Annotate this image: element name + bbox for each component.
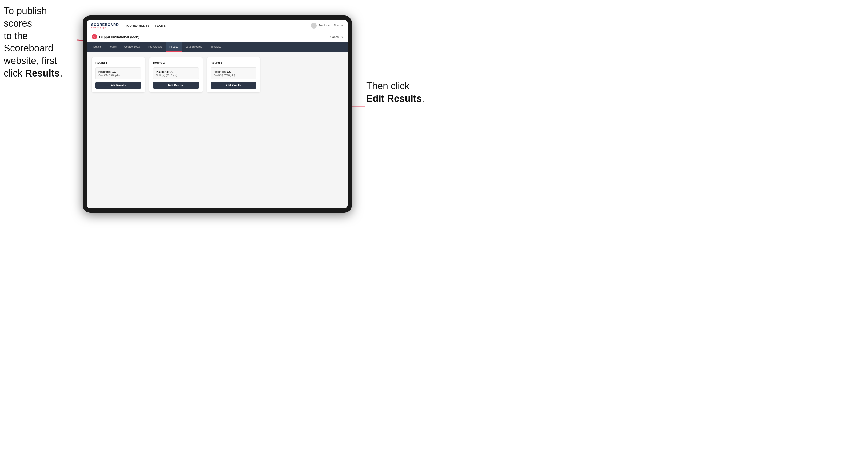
user-avatar [311,23,317,29]
round-2-course-card: Peachtree GC Gold (M) (7010 yds) [153,67,199,80]
nav-tournaments[interactable]: TOURNAMENTS [125,23,150,28]
round-3-course-card: Peachtree GC Gold (M) (7010 yds) [211,67,256,80]
tournament-icon: C [92,34,97,39]
close-icon: ✕ [340,35,343,39]
top-nav: SCOREBOARD Powered by clippd TOURNAMENTS… [87,20,348,31]
tab-leaderboards[interactable]: Leaderboards [182,42,206,52]
round-2-title: Round 2 [153,61,199,64]
round-1-course-detail: Gold (M) (7010 yds) [98,74,138,76]
nav-links: TOURNAMENTS TEAMS [125,23,311,28]
tablet-frame: SCOREBOARD Powered by clippd TOURNAMENTS… [83,15,352,213]
tab-printables[interactable]: Printables [206,42,225,52]
edit-results-btn-2[interactable]: Edit Results [153,82,199,89]
round-1-course-name: Peachtree GC [98,70,138,73]
tab-course-setup[interactable]: Course Setup [121,42,144,52]
round-3-course-name: Peachtree GC [214,70,253,73]
tab-details[interactable]: Details [90,42,105,52]
round-1-course-card: Peachtree GC Gold (M) (7010 yds) [95,67,141,80]
tablet-screen: SCOREBOARD Powered by clippd TOURNAMENTS… [87,20,348,209]
nav-user: Test User | Sign out [311,23,343,29]
signout-link[interactable]: Sign out [334,24,343,27]
tournament-header: C Clippd Invitational (Men) Cancel ✕ [87,31,348,42]
scoreboard-logo: SCOREBOARD [91,23,119,27]
edit-results-btn-3[interactable]: Edit Results [211,82,256,89]
round-3-title: Round 3 [211,61,256,64]
tab-bar: Details Teams Course Setup Tee Groups Re… [87,42,348,52]
tab-results[interactable]: Results [165,42,182,52]
instruction-text: To publish scores to the Scoreboard webs… [4,5,73,80]
round-2-course-name: Peachtree GC [156,70,196,73]
rounds-grid: Round 1 Peachtree GC Gold (M) (7010 yds)… [92,57,343,93]
tab-tee-groups[interactable]: Tee Groups [144,42,165,52]
powered-by: Powered by clippd [91,27,119,29]
tournament-title-area: C Clippd Invitational (Men) [92,34,140,39]
logo-area: SCOREBOARD Powered by clippd [91,23,119,29]
user-label: Test User | [319,24,332,27]
round-1-card: Round 1 Peachtree GC Gold (M) (7010 yds)… [92,57,145,93]
annotation-right: Then click Edit Results. [366,80,430,105]
content-area: Round 1 Peachtree GC Gold (M) (7010 yds)… [87,52,348,209]
round-3-course-detail: Gold (M) (7010 yds) [214,74,253,76]
nav-teams[interactable]: TEAMS [155,23,166,28]
round-1-title: Round 1 [95,61,141,64]
tab-teams[interactable]: Teams [105,42,121,52]
edit-results-btn-1[interactable]: Edit Results [95,82,141,89]
round-3-card: Round 3 Peachtree GC Gold (M) (7010 yds)… [207,57,260,93]
tournament-name: Clippd Invitational (Men) [99,35,140,39]
cancel-button[interactable]: Cancel ✕ [330,35,343,39]
round-2-card: Round 2 Peachtree GC Gold (M) (7010 yds)… [149,57,203,93]
round-2-course-detail: Gold (M) (7010 yds) [156,74,196,76]
